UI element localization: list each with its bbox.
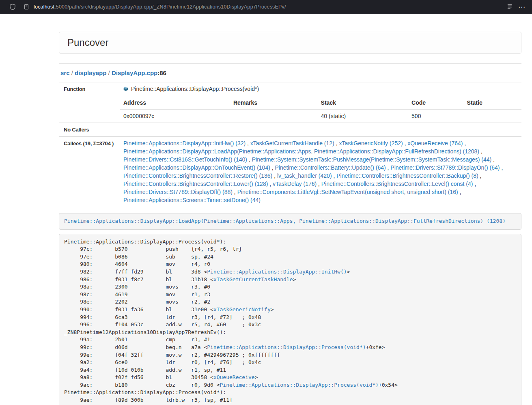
- callee-link[interactable]: Pinetime::Applications::DisplayApp::OnTo…: [123, 164, 270, 171]
- stats-stack: 40 (static): [318, 110, 409, 123]
- function-icon: [123, 85, 128, 90]
- callees-row: Callees (19, Σ=3704 ) Pinetime::Applicat…: [59, 137, 521, 207]
- callee-link[interactable]: xTaskGenericNotify (252): [339, 140, 403, 146]
- function-row: Function Pinetime::Applications::Display…: [59, 82, 521, 96]
- code-symbol-link[interactable]: Pinetime::Applications::DisplayApp::Proc…: [207, 344, 366, 350]
- disassembly: Pinetime::Applications::DisplayApp::Proc…: [59, 234, 521, 405]
- stats-remarks: [230, 110, 318, 123]
- reader-view-icon[interactable]: [506, 3, 513, 11]
- page-title: Puncover: [67, 37, 513, 48]
- callee-link[interactable]: lv_task_handler (420): [277, 172, 332, 179]
- stats-header-code: Code: [408, 96, 463, 110]
- page-info-icon: [23, 3, 30, 11]
- breadcrumb-link[interactable]: src: [60, 69, 70, 76]
- callee-link[interactable]: Pinetime::Controllers::BrightnessControl…: [336, 172, 478, 179]
- callee-link[interactable]: Pinetime::Controllers::Battery::Update()…: [275, 164, 386, 171]
- stats-table: Address Remarks Stack Code Static 0x0000…: [120, 96, 521, 123]
- callees-label: Callees (19, Σ=3704 ): [59, 137, 120, 207]
- breadcrumb-separator: /: [106, 69, 112, 76]
- breadcrumb-link[interactable]: displayapp: [75, 69, 106, 76]
- url-text: localhost:5000/path/src/displayapp/Displ…: [34, 4, 286, 10]
- callee-link[interactable]: xTaskGetCurrentTaskHandle (12): [250, 140, 334, 146]
- stats-address: 0x0000097c: [120, 110, 230, 123]
- callee-link[interactable]: Pinetime::Applications::DisplayApp::Init…: [123, 140, 246, 146]
- callee-link[interactable]: Pinetime::System::SystemTask::PushMessag…: [252, 156, 492, 163]
- callers-label: No Callers: [59, 123, 120, 137]
- shield-icon[interactable]: [9, 3, 16, 11]
- callees-list: Pinetime::Applications::DisplayApp::Init…: [120, 137, 521, 207]
- stats-row: Address Remarks Stack Code Static 0x0000…: [59, 96, 521, 123]
- function-name: Pinetime::Applications::DisplayApp::Proc…: [131, 86, 259, 92]
- stats-header-row: Address Remarks Stack Code Static: [120, 96, 521, 110]
- browser-toolbar: localhost:5000/path/src/displayapp/Displ…: [0, 0, 532, 14]
- main-content: Puncover src / displayapp / DisplayApp.c…: [59, 32, 521, 405]
- breadcrumb-link[interactable]: DisplayApp.cpp: [112, 69, 157, 76]
- highlighted-symbol: Pinetime::Applications::DisplayApp::Load…: [59, 213, 521, 230]
- stats-code: 500: [408, 110, 463, 123]
- callee-link[interactable]: Pinetime::Controllers::BrightnessControl…: [321, 181, 473, 187]
- code-symbol-link[interactable]: xTaskGenericNotify: [213, 306, 271, 312]
- callee-link[interactable]: vTaskDelay (176): [273, 181, 317, 187]
- code-symbol-link[interactable]: xTaskGetCurrentTaskHandle: [213, 276, 293, 282]
- callee-link[interactable]: Pinetime::Drivers::Cst816S::GetTouchInfo…: [123, 156, 247, 163]
- menu-icon[interactable]: ⋯: [517, 4, 526, 11]
- code-symbol-link[interactable]: Pinetime::Applications::DisplayApp::Proc…: [220, 382, 379, 388]
- stats-header-stack: Stack: [318, 96, 409, 110]
- stats-cell: Address Remarks Stack Code Static 0x0000…: [120, 96, 521, 123]
- callers-row: No Callers: [59, 123, 521, 137]
- breadcrumb: src / displayapp / DisplayApp.cpp:86: [60, 69, 521, 77]
- callers-cell: [120, 123, 521, 137]
- code-symbol-link[interactable]: Pinetime::Applications::DisplayApp::Init…: [207, 269, 347, 275]
- callee-link[interactable]: Pinetime::Applications::DisplayApp::Load…: [123, 148, 479, 155]
- callee-link[interactable]: Pinetime::Drivers::St7789::DisplayOn() (…: [390, 164, 500, 171]
- stats-header-address: Address: [120, 96, 230, 110]
- callee-link[interactable]: Pinetime::Controllers::BrightnessControl…: [123, 181, 268, 187]
- app-header: Puncover: [59, 32, 521, 54]
- stats-values-row: 0x0000097c 40 (static) 500: [120, 110, 521, 123]
- code-symbol-link[interactable]: xQueueReceive: [213, 374, 255, 380]
- symbol-table: Function Pinetime::Applications::Display…: [59, 82, 521, 207]
- stats-static: [464, 110, 521, 123]
- url-host: localhost: [34, 4, 54, 10]
- breadcrumb-separator: /: [70, 69, 75, 76]
- url-path: :5000/path/src/displayapp/DisplayApp.cpp…: [54, 4, 286, 10]
- divider: [59, 63, 521, 64]
- callee-link[interactable]: xQueueReceive (764): [407, 140, 463, 146]
- stats-header-static: Static: [464, 96, 521, 110]
- url-bar[interactable]: localhost:5000/path/src/displayapp/Displ…: [20, 2, 502, 12]
- callee-link[interactable]: Pinetime::Applications::Screens::Timer::…: [123, 197, 261, 203]
- stats-header-remarks: Remarks: [230, 96, 318, 110]
- highlighted-symbol-link[interactable]: Pinetime::Applications::DisplayApp::Load…: [64, 218, 506, 224]
- callee-link[interactable]: Pinetime::Drivers::St7789::DisplayOff() …: [123, 189, 233, 195]
- breadcrumb-line-number: :86: [157, 69, 166, 76]
- stats-row-label: [59, 96, 120, 123]
- function-name-cell: Pinetime::Applications::DisplayApp::Proc…: [120, 82, 521, 96]
- callee-link[interactable]: Pinetime::Components::LittleVgl::SetNewT…: [237, 189, 458, 195]
- callee-link[interactable]: Pinetime::Controllers::BrightnessControl…: [123, 172, 272, 179]
- function-label: Function: [59, 82, 120, 96]
